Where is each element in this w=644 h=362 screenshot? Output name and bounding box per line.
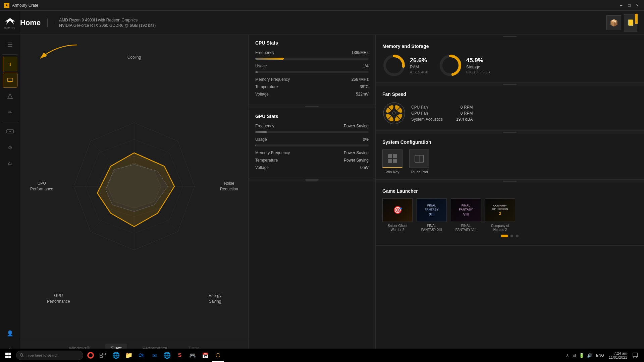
cpu-temp-row: Temperature 38°C [255, 84, 369, 89]
sidebar-item-menu[interactable]: ☰ [3, 38, 17, 52]
start-button[interactable] [1, 349, 15, 362]
sidebar-item-devices[interactable] [3, 73, 17, 87]
gpu-freq-value: Power Saving [344, 124, 369, 128]
cpu-fan-row: CPU Fan 0 RPM [411, 105, 473, 110]
taskbar-chrome-icon[interactable]: 🌐 [110, 349, 122, 362]
touchpad-item[interactable]: Touch Pad [409, 149, 429, 174]
task-view-svg [100, 353, 106, 358]
game-launcher-section: Game Launcher 🎯 Sniper GhostWarrior 2 [376, 183, 644, 246]
winkey-item[interactable]: Win Key [382, 149, 402, 174]
game-thumb-sgw2[interactable]: 🎯 [382, 198, 413, 222]
sidebar-item-scenarios[interactable]: 🗂 [3, 156, 17, 171]
gpu-info: NVIDIA GeForce RTX 2060 GDDR6 @ 6GB (192… [59, 23, 156, 28]
game-thumb-ff13[interactable]: FINAL FANTASY XIII [417, 198, 447, 222]
svg-rect-35 [393, 154, 397, 158]
storage-donut [439, 54, 462, 77]
minimize-button[interactable]: – [619, 3, 624, 8]
taskbar: ⭕ 🌐 📁 🛍 ✉ 🌐 S 🎮 📅 ⬡ ∧ 🖥 🔋 🔊 ENG 7:24 am [0, 349, 644, 362]
sys-config-icons: Win Key Touch Pad [382, 149, 637, 174]
tray-volume-icon[interactable]: 🔊 [586, 353, 593, 358]
cpu-usage-bar [255, 71, 258, 73]
cpu-usage-value: 1% [363, 64, 369, 68]
right-handle-2[interactable] [376, 131, 644, 134]
taskbar-armoury-icon[interactable]: ⬡ [212, 349, 224, 362]
page-dot-3[interactable] [516, 235, 519, 237]
game-thumb-ff8[interactable]: FINAL FANTASY VIII [451, 198, 481, 222]
taskbar-game-icon[interactable]: 🎮 [186, 349, 199, 362]
notification-icon [633, 353, 638, 358]
page-dot-1[interactable] [501, 235, 508, 237]
storage-detail: 638/1389.8GB [466, 70, 490, 74]
gaming-label: GAMING [4, 26, 15, 29]
taskbar-search-box[interactable] [16, 351, 83, 360]
ram-donut [382, 54, 406, 77]
sidebar-item-profile[interactable]: 👤 [3, 326, 17, 341]
taskbar-s-icon[interactable]: S [174, 349, 186, 362]
gpu-temp-label: Temperature [255, 158, 278, 163]
taskbar-edge-icon[interactable]: 🌐 [161, 349, 173, 362]
sidebar-item-aura[interactable] [3, 89, 17, 104]
gpu-freq-bar-container [255, 131, 369, 133]
right-handle-3[interactable] [376, 180, 644, 183]
game-item-coh2[interactable]: COMPANY OF HEROES 2 Company ofHeroes 2 [485, 198, 515, 232]
cpu-freq-bar [255, 58, 284, 60]
gpu-freq-row: Frequency Power Saving [255, 124, 369, 128]
panel-handle-1[interactable] [249, 105, 375, 108]
svg-line-45 [22, 356, 23, 357]
radar-area: Cooling CPUPerformance NoiseReduction GP… [20, 35, 248, 359]
taskbar-mail-icon[interactable]: ✉ [148, 349, 160, 362]
cpu-fan-value: 0 RPM [461, 105, 473, 110]
page-dot-2[interactable] [511, 235, 513, 237]
cpu-memfreq-label: Memory Frequency [255, 77, 290, 82]
game-item-ff13[interactable]: FINAL FANTASY XIII FINALFANTASY XIII [417, 198, 447, 232]
panel-handle-2[interactable] [249, 178, 375, 182]
cpu-freq-row: Frequency 1385MHz [255, 50, 369, 55]
taskbar-calendar-icon[interactable]: 📅 [199, 349, 211, 362]
game-item-ff8[interactable]: FINAL FANTASY VIII FINALFANTASY VIII [451, 198, 481, 232]
triangle-icon [7, 93, 13, 100]
game-item-sgw2[interactable]: 🎯 Sniper GhostWarrior 2 [382, 198, 413, 232]
tray-language[interactable]: ENG [595, 353, 605, 357]
sidebar-item-hardware[interactable]: ⚙ [3, 140, 17, 155]
search-input[interactable] [26, 353, 73, 357]
notification-button[interactable] [631, 349, 640, 362]
svg-rect-34 [388, 154, 392, 158]
cortana-icon[interactable]: ⭕ [85, 349, 97, 362]
system-config-title: System Configuration [382, 139, 637, 145]
sidebar-item-lighting[interactable]: ✏ [3, 105, 17, 120]
tray-battery-icon[interactable]: 🔋 [578, 353, 585, 358]
taskbar-store-icon[interactable]: 🛍 [136, 349, 148, 362]
fan-speed-section: Fan Speed [376, 86, 644, 131]
game-name-ff8: FINALFANTASY VIII [455, 224, 476, 232]
gpu-voltage-row: Voltage 0mV [255, 165, 369, 170]
winkey-icon-box[interactable] [382, 149, 402, 168]
tray-network-icon[interactable]: 🖥 [571, 353, 577, 358]
taskbar-explorer-icon[interactable]: 📁 [123, 349, 135, 362]
right-handle-1[interactable] [376, 83, 644, 86]
crate-icon[interactable]: 📦 [606, 15, 621, 30]
game-thumb-coh2[interactable]: COMPANY OF HEROES 2 [485, 198, 515, 222]
body-area: ☰ i ✏ ⚙ [0, 35, 644, 359]
title-bar-title: Armoury Crate [12, 3, 619, 8]
touchpad-icon [414, 155, 424, 163]
game-name-sgw2: Sniper GhostWarrior 2 [388, 224, 407, 232]
svg-rect-47 [103, 353, 106, 355]
acoustics-label: System Acoustics [411, 117, 443, 122]
memory-storage-content: 26.6% RAM 4.1/15.4GB [382, 54, 637, 77]
tray-up-arrow[interactable]: ∧ [565, 353, 570, 358]
storage-percent: 45.9% [466, 57, 490, 64]
cpu-voltage-label: Voltage [255, 92, 269, 97]
right-handle-top[interactable] [376, 35, 644, 38]
cpu-temp-label: Temperature [255, 84, 278, 89]
sidebar-item-info[interactable]: i [3, 57, 17, 71]
touchpad-icon-box[interactable] [409, 149, 429, 168]
storage-label: Storage [466, 65, 490, 69]
sidebar-item-gamevisual[interactable] [3, 124, 17, 139]
taskbar-clock[interactable]: 7:24 am 11/01/2021 [607, 351, 629, 359]
touchpad-label: Touch Pad [411, 170, 428, 174]
task-view-icon[interactable] [97, 349, 109, 362]
close-button[interactable]: × [635, 3, 640, 8]
notebook-icon[interactable]: 📒 [624, 14, 637, 32]
game-launcher-grid: 🎯 Sniper GhostWarrior 2 FINAL FANTASY [382, 198, 637, 232]
maximize-button[interactable]: □ [627, 3, 632, 8]
